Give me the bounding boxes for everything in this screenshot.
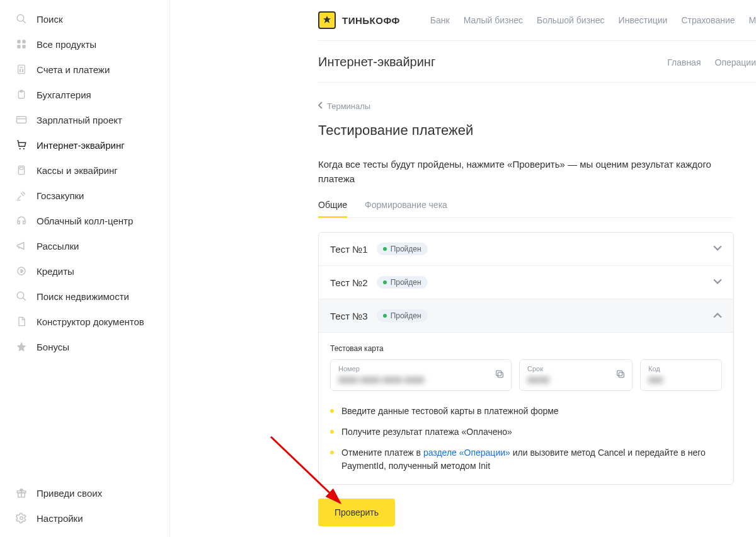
field-label: Код [648, 365, 714, 372]
test-row-2[interactable]: Тест №2 Пройден [319, 266, 733, 299]
field-label: Номер [338, 365, 503, 372]
chevron-left-icon [318, 101, 323, 111]
field-value: 0000 0000 0000 0000 [338, 375, 503, 385]
topnav-big-biz[interactable]: Большой бизнес [537, 15, 605, 25]
section-nav-main[interactable]: Главная [667, 57, 701, 67]
status-text: Пройден [391, 311, 421, 320]
test-card-label: Тестовая карта [330, 344, 722, 353]
chevron-up-icon [713, 311, 722, 321]
status-dot-icon [383, 314, 387, 318]
operations-link[interactable]: разделе «Операции» [423, 448, 510, 458]
step-2: Получите результат платежа «Оплачено» [330, 425, 722, 439]
tab-general[interactable]: Общие [318, 200, 347, 218]
test-name: Тест №3 [330, 311, 368, 321]
tests-panel: Тест №1 Пройден Тест №2 Пройден Тест №3 … [318, 232, 734, 485]
status-dot-icon [383, 280, 387, 284]
status-text: Пройден [391, 278, 421, 287]
section-title: Интернет-эквайринг [318, 55, 435, 69]
step-text: Получите результат платежа «Оплачено» [341, 425, 512, 439]
section-nav-ops[interactable]: Операции [715, 57, 757, 67]
topnav-bank[interactable]: Банк [430, 15, 450, 25]
svg-point-16 [20, 148, 21, 149]
brand[interactable]: ТИНЬКОФФ [318, 11, 400, 29]
topnav-invest[interactable]: Инвестиции [619, 15, 668, 25]
bullet-icon [330, 430, 334, 434]
card-fields: Номер 0000 0000 0000 0000 Срок 00/00 Код [330, 359, 722, 391]
card-number-field: Номер 0000 0000 0000 0000 [330, 359, 512, 391]
card-cvc-field: Код 000 [640, 359, 722, 391]
logo-icon [318, 11, 336, 29]
test-row-3[interactable]: Тест №3 Пройден [319, 299, 733, 333]
svg-rect-26 [498, 372, 503, 378]
status-badge: Пройден [377, 276, 428, 289]
back-label: Терминалы [327, 101, 370, 111]
svg-point-8 [20, 69, 20, 70]
test-row-1[interactable]: Тест №1 Пройден [319, 233, 733, 266]
svg-rect-4 [17, 45, 20, 48]
topnav: Банк Малый бизнес Большой бизнес Инвести… [430, 15, 756, 25]
svg-point-10 [20, 71, 20, 72]
step-text: Отмените платеж в разделе «Операции» или… [341, 446, 722, 473]
svg-rect-2 [17, 40, 20, 43]
svg-rect-28 [619, 372, 624, 378]
step-1: Введите данные тестовой карты в платежно… [330, 405, 722, 418]
status-badge: Пройден [377, 309, 428, 322]
topbar: ТИНЬКОФФ Банк Малый бизнес Большой бизне… [318, 0, 756, 41]
brand-name: ТИНЬКОФФ [342, 15, 400, 26]
topnav-insurance[interactable]: Страхование [681, 15, 735, 25]
main-region: ТИНЬКОФФ Банк Малый бизнес Большой бизне… [22, 0, 756, 537]
status-badge: Пройден [377, 243, 428, 255]
copy-exp-button[interactable] [616, 369, 626, 381]
status-dot-icon [383, 247, 387, 251]
field-label: Срок [527, 365, 624, 372]
section-header: Интернет-эквайринг Главная Операции [318, 41, 756, 83]
bullet-icon [330, 451, 334, 454]
topnav-mobile[interactable]: Мобайл [749, 15, 756, 25]
field-value: 00/00 [527, 375, 624, 385]
svg-rect-29 [617, 371, 622, 376]
chevron-down-icon [713, 244, 722, 255]
section-nav: Главная Операции [667, 57, 756, 67]
field-value: 000 [648, 375, 714, 385]
page-title: Тестирование платежей [318, 122, 734, 139]
chevron-down-icon [713, 277, 722, 288]
step-text: Введите данные тестовой карты в платежно… [341, 405, 559, 418]
back-link[interactable]: Терминалы [318, 101, 734, 111]
step-3: Отмените платеж в разделе «Операции» или… [330, 446, 722, 473]
verify-button[interactable]: Проверить [318, 499, 395, 526]
content-tabs: Общие Формирование чека [318, 200, 734, 218]
test-name: Тест №1 [330, 244, 368, 255]
tab-receipt[interactable]: Формирование чека [365, 200, 447, 218]
bullet-icon [330, 409, 334, 413]
test-name: Тест №2 [330, 277, 368, 288]
steps-list: Введите данные тестовой карты в платежно… [330, 405, 722, 473]
copy-number-button[interactable] [495, 369, 505, 381]
test-body-3: Тестовая карта Номер 0000 0000 0000 0000… [319, 333, 733, 484]
page-desc: Когда все тесты будут пройдены, нажмите … [318, 158, 734, 186]
status-text: Пройден [391, 245, 421, 253]
topnav-small-biz[interactable]: Малый бизнес [464, 15, 523, 25]
content: Терминалы Тестирование платежей Когда вс… [318, 83, 734, 526]
card-exp-field: Срок 00/00 [519, 359, 633, 391]
svg-rect-27 [496, 371, 501, 376]
